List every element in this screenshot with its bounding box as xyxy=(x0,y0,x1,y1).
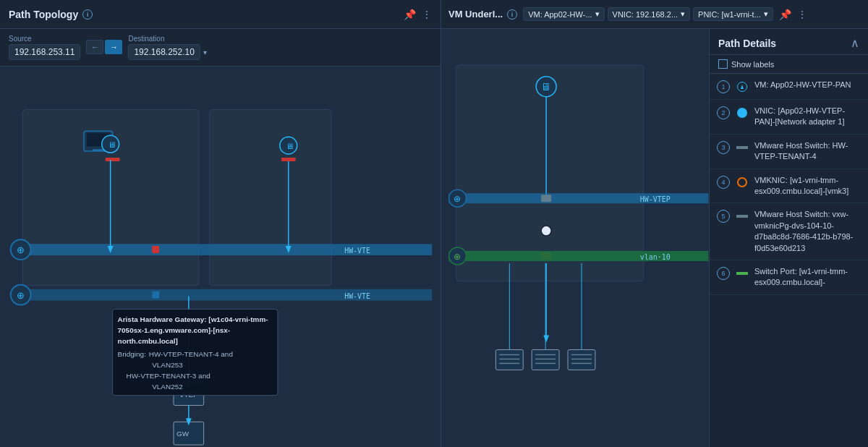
path-item-3-icon xyxy=(736,141,749,154)
svg-text:⊕: ⊕ xyxy=(17,244,25,255)
svg-point-43 xyxy=(541,226,551,236)
path-item-1-icon xyxy=(736,80,749,93)
path-item-5-icon xyxy=(736,210,749,223)
source-label: Source xyxy=(9,35,80,43)
svg-rect-23 xyxy=(152,246,159,253)
dir-back-button[interactable]: ← xyxy=(86,40,103,54)
path-topology-info-icon[interactable]: i xyxy=(82,9,93,20)
middle-topology-svg: 🖥 HW-VTEP ⊕ vlan·10 ⊕ xyxy=(441,29,709,447)
path-item-1-num: 1 xyxy=(717,80,730,93)
vnic-select-label: VNIC: 192.168.2... xyxy=(613,10,678,19)
right-header-icons: 📌 ⋮ xyxy=(779,9,807,20)
svg-text:vlan·10: vlan·10 xyxy=(640,253,671,261)
svg-rect-1 xyxy=(210,110,332,286)
pnic-select-chevron: ▾ xyxy=(764,9,768,19)
svg-rect-51 xyxy=(495,349,523,370)
svg-text:🖥: 🖥 xyxy=(286,142,294,150)
dir-fwd-button[interactable]: → xyxy=(105,40,122,54)
svg-rect-24 xyxy=(152,291,159,299)
vm-underlay-title: VM Underl... i xyxy=(448,9,517,20)
svg-rect-48 xyxy=(541,252,551,260)
path-item-6[interactable]: 6 Switch Port: [w1-vrni-tmm-esx009.cmbu.… xyxy=(710,260,868,295)
right-more-icon[interactable]: ⋮ xyxy=(797,9,807,20)
vnic-select[interactable]: VNIC: 192.168.2... ▾ xyxy=(608,7,691,21)
switch-icon-3 xyxy=(736,146,748,149)
path-item-4-icon xyxy=(736,176,749,189)
right-pin-icon[interactable]: 📌 xyxy=(779,9,791,20)
dest-dropdown-arrow[interactable]: ▾ xyxy=(203,48,207,56)
path-item-4[interactable]: 4 VMKNIC: [w1-vrni-tmm-esx009.cmbu.local… xyxy=(710,169,868,204)
svg-text:🖥: 🖥 xyxy=(108,140,116,149)
path-details-collapse-btn[interactable]: ∧ xyxy=(851,36,859,50)
path-item-2-icon xyxy=(736,106,749,119)
path-item-1-text: VM: App02-HW-VTEP-PAN xyxy=(754,80,851,90)
right-panel-header: VM Underl... i VM: App02-HW-... ▾ VNIC: … xyxy=(441,0,868,29)
vm-select-chevron: ▾ xyxy=(595,9,600,19)
path-item-3-text: VMware Host Switch: HW-VTEP-TENANT-4 xyxy=(754,140,861,163)
path-item-5-num: 5 xyxy=(717,210,730,223)
left-topology-canvas: HW-VTE HW-VTE 🖥 🖥 ⊕ ⊕ xyxy=(0,67,441,447)
dest-label: Destination xyxy=(128,35,206,43)
path-item-1[interactable]: 1 VM: App02-HW-VTEP-PAN xyxy=(710,74,868,100)
middle-topology: 🖥 HW-VTEP ⊕ vlan·10 ⊕ xyxy=(441,29,709,447)
path-item-3[interactable]: 3 VMware Host Switch: HW-VTEP-TENANT-4 xyxy=(710,135,868,169)
vmknic-icon xyxy=(737,177,747,187)
svg-text:GW: GW xyxy=(176,430,190,438)
vm-breadcrumb: VM: App02-HW-... ▾ VNIC: 192.168.2... ▾ … xyxy=(523,7,773,21)
dest-value[interactable]: 192.168.252.10 xyxy=(128,44,200,60)
right-content: 🖥 HW-VTEP ⊕ vlan·10 ⊕ xyxy=(441,29,868,447)
path-details-title: Path Details xyxy=(718,38,776,49)
path-details-header: Path Details ∧ xyxy=(710,29,868,55)
pnic-select-label: PNIC: [w1-vrni-t... xyxy=(698,10,761,19)
svg-text:HW-VTEP: HW-VTEP xyxy=(640,195,671,203)
source-value[interactable]: 192.168.253.11 xyxy=(9,44,80,60)
path-item-4-num: 4 xyxy=(717,176,730,189)
svg-text:🖥: 🖥 xyxy=(541,81,551,93)
more-options-icon[interactable]: ⋮ xyxy=(422,9,432,20)
left-panel: Path Topology i 📌 ⋮ Source 192.168.253.1… xyxy=(0,0,441,447)
pin-icon[interactable]: 📌 xyxy=(404,9,416,20)
pnic-select[interactable]: PNIC: [w1-vrni-t... ▾ xyxy=(693,7,773,21)
path-item-5-text: VMware Host Switch: vxw-vmknicPg-dvs-104… xyxy=(754,209,861,254)
left-topology-svg: HW-VTE HW-VTE 🖥 🖥 ⊕ ⊕ xyxy=(0,67,441,447)
dest-with-dropdown: 192.168.252.10 ▾ xyxy=(128,44,206,60)
svg-text:⊕: ⊕ xyxy=(454,194,461,204)
path-item-2-text: VNIC: [App02-HW-VTEP-PAN]-[Network adapt… xyxy=(754,106,861,128)
path-topology-title: Path Topology i xyxy=(9,9,93,20)
vm-select[interactable]: VM: App02-HW-... ▾ xyxy=(523,7,604,21)
path-item-6-icon xyxy=(736,267,749,280)
path-item-6-num: 6 xyxy=(717,267,730,280)
path-item-5[interactable]: 5 VMware Host Switch: vxw-vmknicPg-dvs-1… xyxy=(710,203,868,260)
show-labels-label: Show labels xyxy=(731,60,774,69)
path-topology-label: Path Topology xyxy=(9,9,78,20)
direction-buttons: ← → xyxy=(86,40,122,56)
path-item-2[interactable]: 2 VNIC: [App02-HW-VTEP-PAN]-[Network ada… xyxy=(710,100,868,135)
path-item-2-num: 2 xyxy=(717,106,730,119)
svg-rect-34 xyxy=(456,65,644,281)
svg-marker-50 xyxy=(543,336,549,343)
svg-text:⊕: ⊕ xyxy=(17,290,25,301)
vnic-icon xyxy=(737,108,747,118)
source-dest-bar: Source 192.168.253.11 ← → Destination 19… xyxy=(0,29,441,67)
source-group: Source 192.168.253.11 xyxy=(9,35,80,60)
vm-underlay-info-icon[interactable]: i xyxy=(507,9,517,20)
svg-rect-8 xyxy=(93,149,104,151)
svg-rect-42 xyxy=(541,195,551,202)
path-item-4-text: VMKNIC: [w1-vrni-tmm-esx009.cmbu.local]-… xyxy=(754,175,861,197)
show-labels-row: Show labels xyxy=(710,55,868,74)
right-panel: VM Underl... i VM: App02-HW-... ▾ VNIC: … xyxy=(441,0,868,447)
left-header-icons: 📌 ⋮ xyxy=(404,9,432,20)
svg-text:⊕: ⊕ xyxy=(454,252,461,262)
path-item-6-text: Switch Port: [w1-vrni-tmm-esx009.cmbu.lo… xyxy=(754,266,861,289)
switch-icon-5 xyxy=(736,215,748,218)
vnic-select-chevron: ▾ xyxy=(681,9,685,19)
svg-rect-11 xyxy=(106,158,120,161)
path-details-panel: Path Details ∧ Show labels 1 VM: App02-H… xyxy=(709,29,868,447)
svg-text:HW-VTE: HW-VTE xyxy=(344,247,370,255)
left-panel-header: Path Topology i 📌 ⋮ xyxy=(0,0,441,29)
port-icon xyxy=(736,272,748,275)
svg-text:HW-VTE: HW-VTE xyxy=(344,292,370,300)
show-labels-checkbox[interactable] xyxy=(718,59,728,69)
vm-underlay-label: VM Underl... xyxy=(448,9,503,20)
svg-rect-59 xyxy=(568,349,595,370)
